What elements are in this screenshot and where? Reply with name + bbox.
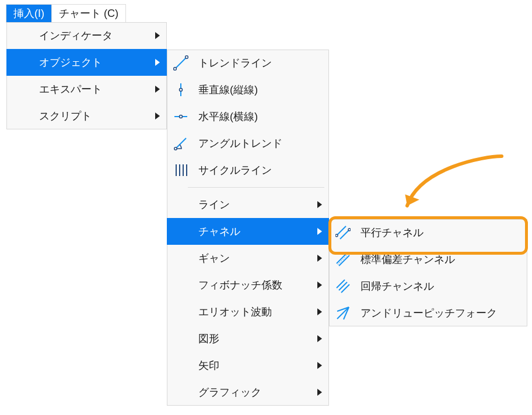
menu-item-regression-channel-label: 回帰チャンネル [357,279,523,293]
menu-item-objects[interactable]: オブジェクト [6,49,167,76]
menu-item-line-label: ライン [195,198,315,212]
svg-line-33 [339,282,347,290]
submenu-arrow-icon [315,389,324,396]
horizontal-line-icon [167,109,195,124]
submenu-arrow-icon [315,282,324,289]
menu-objects: トレンドライン 垂直線(縦線) 水平線(横線) アングルトレンド サイクルライン… [167,50,329,406]
cycle-line-icon [167,163,195,178]
menu-item-fibonacci[interactable]: フィボナッチ係数 [167,272,329,298]
menu-item-graphic[interactable]: グラフィック [167,379,329,406]
submenu-arrow-icon [153,112,162,119]
menu-item-vertical-line-label: 垂直線(縦線) [195,83,324,97]
svg-point-10 [180,115,183,118]
svg-marker-2 [155,86,160,93]
submenu-arrow-icon [315,362,324,369]
svg-point-28 [348,228,351,231]
menu-item-scripts-label: スクリプト [6,109,153,123]
menu-item-trendline-label: トレンドライン [195,56,324,70]
stddev-channel-icon [329,252,357,267]
menu-item-andrews-pitchfork-label: アンドリューピッチフォーク [357,306,523,320]
regression-channel-icon [329,279,357,294]
menu-item-cycle-line-label: サイクルライン [195,163,324,177]
menu-item-indicators[interactable]: インディケータ [6,22,167,49]
menu-separator [188,187,324,188]
svg-line-4 [175,57,187,69]
svg-marker-17 [317,201,322,208]
trendline-icon [167,55,195,71]
menu-item-vertical-line[interactable]: 垂直線(縦線) [167,76,329,103]
menu-insert: インディケータ オブジェクト エキスパート スクリプト [6,22,167,129]
submenu-arrow-icon [315,308,324,315]
menu-item-shapes[interactable]: 図形 [167,325,329,352]
submenu-arrow-icon [315,228,324,235]
angle-trend-icon [167,136,195,151]
menu-item-andrews-pitchfork[interactable]: アンドリューピッチフォーク [329,300,527,326]
menu-item-graphic-label: グラフィック [195,385,315,399]
menu-item-arrows-label: 矢印 [195,358,315,372]
menu-item-experts[interactable]: エキスパート [6,76,167,103]
submenu-arrow-icon [315,201,324,208]
svg-line-30 [339,255,349,266]
svg-marker-19 [317,255,322,262]
tab-insert-label: 挿入(I) [13,6,44,20]
pitchfork-icon [329,305,357,321]
svg-marker-24 [317,389,322,396]
menu-item-parallel-channel[interactable]: 平行チャネル [329,219,527,246]
menu-item-channel-label: チャネル [195,224,315,238]
menu-item-parallel-channel-label: 平行チャネル [357,226,523,240]
menu-item-angle-trend[interactable]: アングルトレンド [167,130,329,157]
svg-point-12 [174,147,177,150]
svg-point-5 [174,68,177,71]
menu-item-elliott-label: エリオット波動 [195,305,315,319]
menu-item-line[interactable]: ライン [167,191,329,218]
svg-marker-1 [155,59,160,66]
menu-item-regression-channel[interactable]: 回帰チャンネル [329,273,527,300]
menu-item-cycle-line[interactable]: サイクルライン [167,157,329,184]
annotation-arrow-icon [397,150,513,220]
menu-item-indicators-label: インディケータ [6,29,153,43]
tab-insert[interactable]: 挿入(I) [6,5,51,22]
menu-item-horizontal-line[interactable]: 水平線(横線) [167,103,329,130]
svg-marker-23 [317,362,322,369]
menu-item-angle-trend-label: アングルトレンド [195,136,324,150]
menu-item-fibonacci-label: フィボナッチ係数 [195,278,315,292]
submenu-arrow-icon [315,335,324,342]
menu-item-shapes-label: 図形 [195,332,315,346]
svg-marker-3 [155,112,160,119]
svg-marker-0 [155,32,160,39]
menu-item-arrows[interactable]: 矢印 [167,352,329,379]
submenu-arrow-icon [153,86,162,93]
menu-item-scripts[interactable]: スクリプト [6,103,167,129]
svg-line-29 [337,253,347,263]
menu-item-gann-label: ギャン [195,251,315,265]
menubar: 挿入(I) チャート (C) [6,5,125,22]
menu-item-experts-label: エキスパート [6,82,153,96]
tab-chart-label: チャート (C) [59,6,118,20]
menu-item-stddev-channel[interactable]: 標準偏差チャンネル [329,246,527,273]
svg-point-8 [180,89,183,92]
svg-line-32 [337,280,345,288]
svg-marker-20 [317,282,322,289]
menu-channel: 平行チャネル 標準偏差チャンネル 回帰チャンネル アンドリューピッチフォーク [329,219,527,326]
parallel-channel-icon [329,225,357,240]
menu-item-horizontal-line-label: 水平線(横線) [195,110,324,124]
submenu-arrow-icon [153,32,162,39]
menu-item-elliott[interactable]: エリオット波動 [167,298,329,325]
menu-item-gann[interactable]: ギャン [167,245,329,272]
menu-item-stddev-channel-label: 標準偏差チャンネル [357,252,523,266]
tab-chart[interactable]: チャート (C) [51,5,125,22]
svg-point-27 [335,234,338,237]
submenu-arrow-icon [153,59,162,66]
vertical-line-icon [167,82,195,97]
svg-marker-18 [317,228,322,235]
submenu-arrow-icon [315,255,324,262]
svg-line-31 [338,254,348,265]
svg-marker-38 [402,195,419,209]
menu-item-trendline[interactable]: トレンドライン [167,50,329,76]
svg-line-34 [341,284,349,293]
svg-point-6 [186,56,188,59]
svg-marker-22 [317,335,322,342]
svg-marker-21 [317,308,322,315]
menu-item-objects-label: オブジェクト [6,55,153,69]
menu-item-channel[interactable]: チャネル [167,218,329,245]
